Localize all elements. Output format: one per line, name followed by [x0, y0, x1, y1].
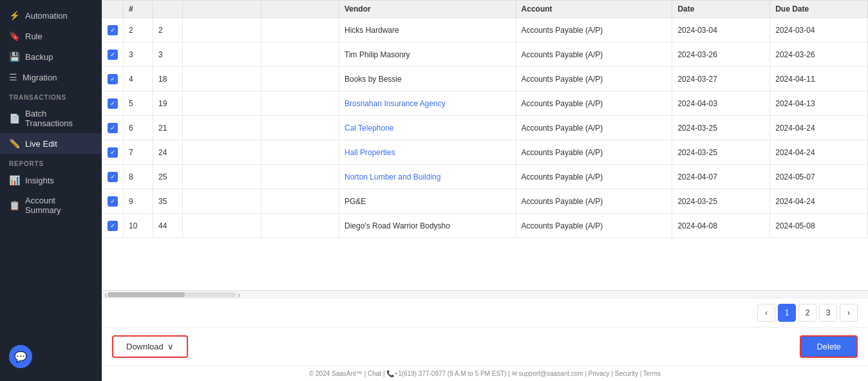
chat-button[interactable]: 💬: [9, 345, 32, 368]
table-row: ✓33Tim Philip MasonryAccounts Payable (A…: [102, 42, 868, 67]
col-num: [153, 1, 183, 18]
checkbox-checked[interactable]: ✓: [108, 196, 118, 207]
row-checkbox-cell[interactable]: ✓: [102, 116, 124, 140]
pagination-page-1[interactable]: 1: [778, 304, 796, 322]
horizontal-scrollbar[interactable]: ‹ ›: [102, 290, 868, 298]
checkbox-checked[interactable]: ✓: [108, 98, 118, 109]
checkbox-checked[interactable]: ✓: [108, 147, 118, 158]
sidebar-item-rule[interactable]: 🔖 Rule: [0, 26, 102, 46]
sidebar-item-account-summary[interactable]: 📋 Account Summary: [0, 190, 102, 220]
row-col4: [261, 165, 339, 189]
pagination-prev[interactable]: ‹: [757, 304, 775, 322]
live-edit-icon: ✏️: [9, 138, 20, 149]
row-date: 2024-03-25: [672, 116, 770, 140]
row-checkbox-cell[interactable]: ✓: [102, 214, 124, 238]
row-checkbox-cell[interactable]: ✓: [102, 67, 124, 91]
row-date: 2024-03-25: [672, 189, 770, 214]
row-date: 2024-03-26: [672, 42, 770, 67]
row-checkbox-cell[interactable]: ✓: [102, 140, 124, 165]
row-vendor: Tim Philip Masonry: [339, 42, 516, 67]
row-due-date: 2024-05-07: [770, 165, 868, 189]
row-checkbox-cell[interactable]: ✓: [102, 18, 124, 42]
row-n2: 19: [153, 91, 183, 116]
row-col4: [261, 91, 339, 116]
row-account: Accounts Payable (A/P): [516, 67, 672, 91]
row-date: 2024-04-07: [672, 165, 770, 189]
sidebar-item-batch-transactions[interactable]: 📄 Batch Transactions: [0, 104, 102, 133]
row-vendor: Books by Bessie: [339, 67, 516, 91]
delete-button[interactable]: Delete: [800, 335, 858, 358]
row-col4: [261, 42, 339, 67]
checkbox-checked[interactable]: ✓: [108, 221, 118, 231]
row-vendor[interactable]: Norton Lumber and Building: [339, 165, 516, 189]
transactions-table-wrapper: # Vendor Account Date Due Date ✓22Hicks …: [102, 0, 868, 290]
download-button[interactable]: Download ∨: [112, 335, 188, 358]
page-footer: © 2024 SaasAnt™ | Chat | 📞+1(619) 377-09…: [102, 366, 868, 381]
checkbox-checked[interactable]: ✓: [108, 123, 118, 133]
chat-icon: 💬: [14, 351, 27, 363]
row-index: 5: [124, 91, 153, 116]
sidebar-item-migration[interactable]: ☰ Migration: [0, 67, 102, 88]
row-date: 2024-03-04: [672, 18, 770, 42]
row-vendor[interactable]: Hall Properties: [339, 140, 516, 165]
vendor-link[interactable]: Norton Lumber and Building: [344, 172, 440, 181]
vendor-link[interactable]: Cal Telephone: [344, 124, 394, 133]
row-checkbox-cell[interactable]: ✓: [102, 91, 124, 116]
sidebar-item-insights[interactable]: 📊 Insights: [0, 170, 102, 190]
row-account: Accounts Payable (A/P): [516, 91, 672, 116]
row-n2: 35: [153, 189, 183, 214]
pagination-page-2[interactable]: 2: [798, 304, 816, 322]
table-row: ✓22Hicks HardwareAccounts Payable (A/P)2…: [102, 18, 868, 42]
row-col4: [261, 18, 339, 42]
download-label: Download: [126, 342, 164, 351]
row-n2: 18: [153, 67, 183, 91]
row-index: 3: [124, 42, 153, 67]
row-checkbox-cell[interactable]: ✓: [102, 165, 124, 189]
rule-icon: 🔖: [9, 31, 20, 41]
row-date: 2024-04-03: [672, 91, 770, 116]
row-account: Accounts Payable (A/P): [516, 116, 672, 140]
row-due-date: 2024-04-24: [770, 140, 868, 165]
checkbox-checked[interactable]: ✓: [108, 172, 118, 182]
row-date: 2024-03-27: [672, 67, 770, 91]
row-n2: 3: [153, 42, 183, 67]
row-index: 6: [124, 116, 153, 140]
sidebar-item-live-edit[interactable]: ✏️ Live Edit: [0, 133, 102, 154]
sidebar-item-backup[interactable]: 💾 Backup: [0, 46, 102, 67]
sidebar-item-automation[interactable]: ⚡ Automation: [0, 5, 102, 26]
table-row: ✓935PG&EAccounts Payable (A/P)2024-03-25…: [102, 189, 868, 214]
checkbox-checked[interactable]: ✓: [108, 25, 118, 35]
row-index: 7: [124, 140, 153, 165]
table-row: ✓418Books by BessieAccounts Payable (A/P…: [102, 67, 868, 91]
scrollbar-thumb[interactable]: [108, 292, 185, 297]
main-content: # Vendor Account Date Due Date ✓22Hicks …: [102, 0, 868, 381]
row-vendor[interactable]: Brosnahan Insurance Agency: [339, 91, 516, 116]
row-date: 2024-04-08: [672, 214, 770, 238]
pagination-page-3[interactable]: 3: [819, 304, 837, 322]
pagination-next[interactable]: ›: [840, 304, 858, 322]
row-col3: [183, 67, 261, 91]
account-summary-icon: 📋: [9, 200, 20, 210]
row-col3: [183, 214, 261, 238]
col-checkbox: [102, 1, 124, 18]
row-account: Accounts Payable (A/P): [516, 165, 672, 189]
row-col4: [261, 214, 339, 238]
row-checkbox-cell[interactable]: ✓: [102, 189, 124, 214]
row-account: Accounts Payable (A/P): [516, 42, 672, 67]
vendor-link[interactable]: Hall Properties: [344, 148, 395, 157]
row-col4: [261, 116, 339, 140]
vendor-link[interactable]: Brosnahan Insurance Agency: [344, 99, 446, 108]
row-col3: [183, 165, 261, 189]
checkbox-checked[interactable]: ✓: [108, 74, 118, 84]
batch-icon: 📄: [9, 113, 20, 124]
row-checkbox-cell[interactable]: ✓: [102, 42, 124, 67]
insights-icon: 📊: [9, 175, 20, 185]
table-row: ✓1044Diego's Road Warrior BodyshoAccount…: [102, 214, 868, 238]
checkbox-checked[interactable]: ✓: [108, 50, 118, 60]
row-col3: [183, 91, 261, 116]
scrollbar-track[interactable]: [108, 292, 236, 297]
row-due-date: 2024-04-13: [770, 91, 868, 116]
col-4: [261, 1, 339, 18]
row-vendor[interactable]: Cal Telephone: [339, 116, 516, 140]
row-due-date: 2024-05-08: [770, 214, 868, 238]
